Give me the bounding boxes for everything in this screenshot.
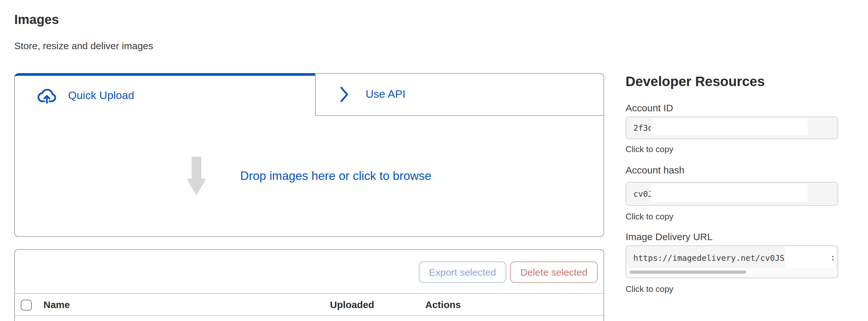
dropzone-label: Drop images here or click to browse	[240, 169, 431, 183]
table-header-row: Name Uploaded Actions	[15, 294, 603, 316]
image-delivery-url-label: Image Delivery URL	[625, 231, 712, 242]
column-header-name: Name	[43, 299, 70, 310]
account-hash-value: cv0J	[633, 182, 653, 205]
image-delivery-url-click-to-copy[interactable]: Click to copy	[625, 284, 673, 294]
export-selected-button[interactable]: Export selected	[419, 261, 506, 283]
tab-quick-upload[interactable]: Quick Upload	[15, 73, 315, 116]
select-all-checkbox[interactable]	[21, 300, 32, 311]
account-hash-label: Account hash	[625, 165, 685, 175]
upload-panel: Quick Upload Use API Drop images here or…	[14, 73, 604, 237]
account-hash-field[interactable]: cv0J	[625, 182, 838, 206]
account-id-value: 2f3d	[633, 117, 653, 139]
images-page: Images Store, resize and deliver images …	[0, 0, 868, 321]
column-header-actions: Actions	[425, 299, 461, 310]
account-hash-click-to-copy[interactable]: Click to copy	[625, 212, 673, 221]
sidebar-heading: Developer Resources	[625, 74, 765, 89]
chevron-right-icon	[340, 86, 349, 103]
horizontal-scrollbar[interactable]	[627, 268, 837, 277]
account-id-label: Account ID	[625, 102, 673, 113]
developer-resources-sidebar: Developer Resources Account ID 2f3d Clic…	[625, 0, 839, 321]
upload-tabs: Quick Upload Use API	[15, 73, 603, 116]
image-delivery-url-value: https://imagedelivery.net/cv0JSj	[633, 246, 789, 269]
down-arrow-icon	[187, 156, 207, 195]
tab-use-api-label: Use API	[366, 88, 405, 101]
redaction-overlay	[651, 118, 808, 135]
images-table-panel: Export selected Delete selected Name Upl…	[14, 249, 604, 321]
tab-quick-upload-label: Quick Upload	[68, 89, 134, 102]
account-id-click-to-copy[interactable]: Click to copy	[625, 144, 673, 154]
redaction-overlay	[785, 247, 836, 269]
tab-use-api[interactable]: Use API	[315, 73, 603, 116]
partial-character: :	[830, 252, 835, 262]
dropzone[interactable]: Drop images here or click to browse	[15, 116, 603, 236]
delete-selected-button[interactable]: Delete selected	[510, 261, 598, 283]
account-id-field[interactable]: 2f3d	[625, 116, 838, 139]
page-subtitle: Store, resize and deliver images	[14, 40, 153, 51]
scrollbar-thumb[interactable]	[629, 271, 746, 274]
page-title: Images	[14, 12, 59, 27]
redaction-overlay	[651, 184, 808, 202]
column-header-uploaded: Uploaded	[330, 299, 374, 310]
cloud-upload-icon	[36, 88, 58, 104]
image-delivery-url-field[interactable]: https://imagedelivery.net/cv0JSj :	[625, 245, 838, 278]
table-actions-row: Export selected Delete selected	[15, 250, 603, 294]
